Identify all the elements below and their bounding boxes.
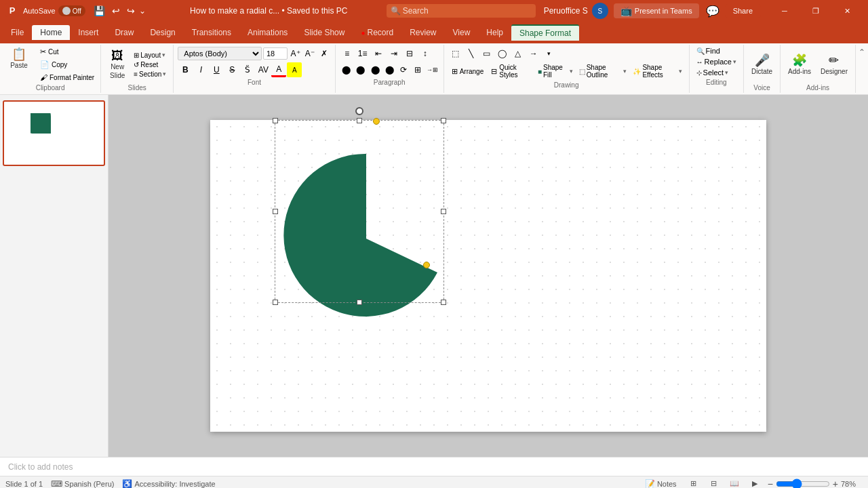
font-size-input[interactable] [263, 47, 288, 60]
new-slide-button[interactable]: 🖼 New Slide [105, 47, 130, 81]
avatar[interactable]: S [592, 3, 608, 19]
justify-button[interactable]: ⬤ [382, 62, 396, 77]
underline-button[interactable]: U [209, 62, 224, 77]
text-direction-button[interactable]: ⟳ [397, 62, 410, 77]
char-spacing-button[interactable]: AV [256, 62, 271, 77]
zoom-out-button[interactable]: − [768, 479, 773, 489]
find-button[interactable]: 🔍Find [694, 46, 739, 56]
rotate-handle[interactable] [355, 107, 363, 115]
autosave-label: AutoSave [23, 7, 56, 15]
addins-button[interactable]: 🧩 Add-ins [785, 52, 814, 77]
bullets-button[interactable]: ≡ [340, 46, 355, 61]
text-highlight-button[interactable]: A [287, 62, 302, 77]
close-button[interactable]: ✕ [831, 0, 863, 22]
tab-home[interactable]: Home [32, 25, 70, 40]
font-color-button[interactable]: A [271, 62, 286, 77]
format-painter-button[interactable]: 🖌 Format Painter [37, 72, 98, 83]
strikethrough-button[interactable]: S [224, 62, 239, 77]
ribbon-collapse-button[interactable]: ⌃ [856, 45, 868, 60]
columns-button[interactable]: ⊟ [402, 46, 417, 61]
chat-button[interactable]: 💬 [703, 1, 722, 20]
ribbon-tabs: File Home Insert Draw Design Transitions… [0, 22, 868, 43]
dictate-button[interactable]: 🎤 Dictate [748, 52, 776, 77]
reset-button[interactable]: ↺Reset [131, 60, 169, 69]
increase-font-button[interactable]: A⁺ [289, 46, 302, 61]
minimize-button[interactable]: ─ [769, 0, 800, 22]
autosave-toggle[interactable]: Off [58, 5, 85, 16]
slide-sorter-button[interactable]: ⊟ [707, 478, 722, 489]
bold-button[interactable]: B [178, 62, 193, 77]
profile-area: Peruoffice S S [544, 3, 608, 19]
accessibility-indicator[interactable]: ♿ Accessibility: Investigate [122, 479, 215, 489]
canvas-area[interactable] [108, 95, 868, 457]
shape-outline-button[interactable]: ⬚ Shape Outline ▾ [576, 63, 630, 79]
decrease-indent-button[interactable]: ⇤ [371, 46, 386, 61]
notes-button[interactable]: 📝 Notes [641, 478, 681, 489]
select-tool[interactable]: ⬚ [448, 46, 463, 61]
tab-slideshow[interactable]: Slide Show [296, 25, 353, 40]
italic-button[interactable]: I [193, 62, 208, 77]
increase-indent-button[interactable]: ⇥ [387, 46, 401, 61]
select-button[interactable]: ⊹Select▾ [694, 68, 739, 77]
clear-format-button[interactable]: ✗ [317, 46, 330, 61]
shape-fill-button[interactable]: ■ Shape Fill ▾ [535, 63, 576, 79]
status-right: 📝 Notes ⊞ ⊟ 📖 ▶ − + 78% [641, 478, 863, 489]
convert-smartart-button[interactable]: →⊞ [426, 62, 439, 77]
numbering-button[interactable]: 1≡ [355, 46, 370, 61]
more-shapes-button[interactable]: ▾ [542, 46, 557, 61]
redo-button[interactable]: ↪ [124, 4, 138, 18]
font-family-select[interactable]: Aptos (Body) [178, 47, 262, 60]
cut-button[interactable]: ✂ Cut [37, 46, 98, 58]
decrease-font-button[interactable]: A⁻ [303, 46, 316, 61]
shape-effects-button[interactable]: ✨ Shape Effects ▾ [630, 63, 684, 79]
quick-styles-button[interactable]: ⊟Quick Styles [488, 62, 534, 80]
line-spacing-button[interactable]: ↕ [418, 46, 433, 61]
replace-button[interactable]: ↔Replace▾ [694, 57, 739, 66]
zoom-controls: − + 78% [768, 479, 863, 489]
arrange-button[interactable]: ⊞Arrange [448, 66, 488, 77]
zoom-in-button[interactable]: + [833, 479, 838, 489]
align-right-button[interactable]: ⬤ [368, 62, 382, 77]
reading-view-button[interactable]: 📖 [727, 478, 742, 489]
tab-view[interactable]: View [445, 25, 479, 40]
zoom-level[interactable]: 78% [841, 480, 863, 488]
present-in-teams-button[interactable]: 📺 Present in Teams [614, 3, 699, 18]
notes-bar[interactable]: Click to add notes [0, 457, 868, 476]
tab-draw[interactable]: Draw [106, 25, 142, 40]
more-options-icon[interactable]: ⌄ [139, 6, 146, 16]
triangle-tool[interactable]: △ [511, 46, 526, 61]
oval-tool[interactable]: ◯ [495, 46, 510, 61]
normal-view-button[interactable]: ⊞ [686, 478, 701, 489]
tab-review[interactable]: Review [401, 25, 444, 40]
copy-button[interactable]: 📄 Copy [37, 59, 98, 70]
title-bar: P AutoSave Off 💾 ↩ ↪ ⌄ How to make a rad… [0, 0, 868, 22]
zoom-slider[interactable] [776, 479, 830, 489]
restore-button[interactable]: ❐ [800, 0, 831, 22]
tab-file[interactable]: File [3, 25, 32, 40]
layout-button[interactable]: ⊞Layout▾ [131, 51, 169, 60]
align-center-button[interactable]: ⬤ [354, 62, 368, 77]
save-button[interactable]: 💾 [91, 4, 108, 18]
tab-animations[interactable]: Animations [239, 25, 296, 40]
section-button[interactable]: ≡Section▾ [131, 70, 169, 79]
shape-svg[interactable] [278, 147, 454, 330]
rect-tool[interactable]: ▭ [479, 46, 494, 61]
tab-record[interactable]: ● Record [353, 25, 401, 40]
slide-thumbnail[interactable]: 1 [3, 100, 105, 166]
tab-design[interactable]: Design [142, 25, 183, 40]
align-left-button[interactable]: ⬤ [340, 62, 353, 77]
tab-help[interactable]: Help [478, 25, 511, 40]
smartart-button[interactable]: ⊞ [411, 62, 425, 77]
slideshow-button[interactable]: ▶ [747, 478, 762, 489]
designer-button[interactable]: ✏ Designer [817, 52, 851, 77]
line-tool[interactable]: ╲ [464, 46, 479, 61]
arrow-tool[interactable]: → [526, 46, 541, 61]
share-button[interactable]: Share [725, 4, 761, 18]
search-input[interactable] [387, 4, 536, 18]
paste-button[interactable]: 📋 Paste [3, 46, 35, 71]
tab-shape-format[interactable]: Shape Format [511, 24, 579, 41]
tab-transitions[interactable]: Transitions [184, 25, 239, 40]
undo-button[interactable]: ↩ [109, 4, 123, 18]
text-shadow-button[interactable]: S̈ [240, 62, 255, 77]
tab-insert[interactable]: Insert [70, 25, 106, 40]
